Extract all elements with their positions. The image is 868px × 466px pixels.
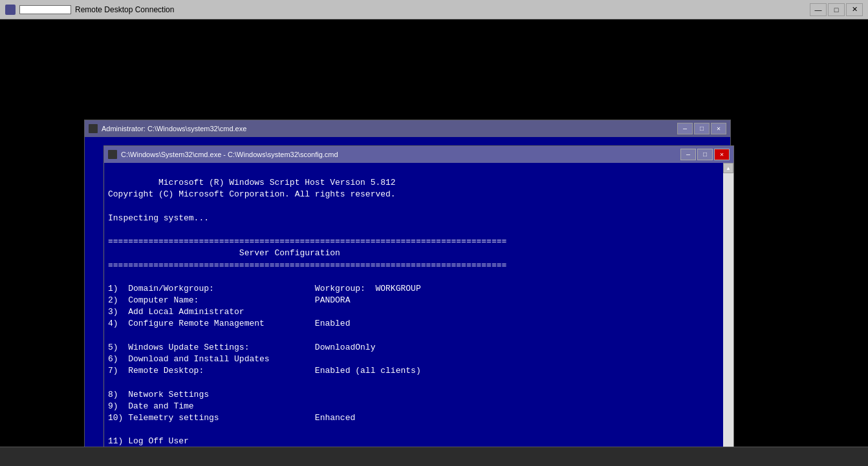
console-line2: Copyright (C) Microsoft Corporation. All… [108,189,396,199]
cmd-inner-minimize-button[interactable]: — [680,149,696,160]
cmd-inner-controls: — □ ✕ [680,149,730,160]
rdc-maximize-button[interactable]: □ [828,3,845,16]
console-line20: 9) Date and Time [108,401,194,411]
cmd-outer-close-button[interactable]: ✕ [711,123,726,134]
scrollbar-track [723,173,733,464]
rdc-bottom-bar [0,447,868,466]
console-line23: 11) Log Off User [108,436,189,446]
console-line4: Inspecting system... [108,213,209,223]
rdc-controls: — □ ✕ [810,3,863,16]
console-line8: ========================================… [108,260,506,270]
console-line19: 8) Network Settings [108,390,209,399]
console-line16: 6) Download and Install Updates [108,354,270,364]
rdc-content: Administrator: C:\Windows\system32\cmd.e… [0,19,868,466]
cmd-inner-window: C:\Windows\System32\cmd.exe - C:\Windows… [103,145,734,466]
console-line7: Server Configuration [108,248,340,258]
console-line13: 4) Configure Remote Management Enabled [108,319,350,328]
cmd-outer-icon [89,124,98,133]
cmd-outer-minimize-button[interactable]: — [677,123,693,134]
cmd-inner-maximize-button[interactable]: □ [697,149,713,160]
console-line12: 3) Add Local Administrator [108,307,244,317]
console-line15: 5) Windows Update Settings: DownloadOnly [108,343,375,352]
console-line10: 1) Domain/Workgroup: Workgroup: WORKGROU… [108,284,421,293]
cmd-outer-controls: — □ ✕ [677,123,726,134]
console-line11: 2) Computer Name: PANDORA [108,295,350,305]
rdc-close-button[interactable]: ✕ [846,3,863,16]
cmd-inner-close-button[interactable]: ✕ [714,149,730,160]
console-line1: Microsoft (R) Windows Script Host Versio… [158,178,396,187]
rdc-window: Remote Desktop Connection — □ ✕ Administ… [0,0,868,466]
cmd-inner-title: C:\Windows\System32\cmd.exe - C:\Windows… [121,151,677,158]
console-line17: 7) Remote Desktop: Enabled (all clients) [108,366,421,376]
cmd-outer-maximize-button[interactable]: □ [694,123,710,134]
cmd-console-content: Microsoft (R) Windows Script Host Versio… [104,163,733,466]
rdc-title: Remote Desktop Connection [75,5,806,14]
cmd-inner-titlebar: C:\Windows\System32\cmd.exe - C:\Windows… [104,146,733,163]
scrollbar-up-button[interactable]: ▲ [723,163,733,173]
rdc-titlebar: Remote Desktop Connection — □ ✕ [0,0,868,19]
cmd-outer-title: Administrator: C:\Windows\system32\cmd.e… [102,125,673,132]
rdc-icon [5,5,16,15]
rdc-minimize-button[interactable]: — [810,3,827,16]
console-scrollbar[interactable]: ▲ ▼ [723,163,733,466]
console-text: Microsoft (R) Windows Script Host Versio… [108,165,730,466]
console-line6: ========================================… [108,237,506,246]
console-line21: 10) Telemetry settings Enhanced [108,413,355,423]
cmd-inner-icon [108,150,117,159]
rdc-progress [19,5,71,14]
cmd-outer-titlebar: Administrator: C:\Windows\system32\cmd.e… [85,120,730,137]
